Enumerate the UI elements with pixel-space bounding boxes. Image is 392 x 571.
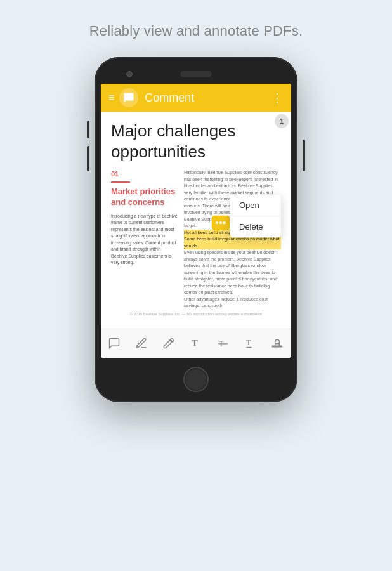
pdf-title: Major challenges opportunities [111, 121, 281, 162]
tagline: Reliably view and annotate PDFs. [89, 23, 303, 39]
toolbar-pencil-icon[interactable] [157, 332, 180, 355]
pdf-right-column: Historically, Beehive Supplies core cons… [184, 169, 281, 310]
toolbar-stamp-icon[interactable] [266, 332, 289, 355]
app-header-title: Comment [145, 91, 271, 105]
phone-top-bar [101, 69, 291, 84]
context-menu: Open Delete [230, 195, 281, 237]
pdf-columns: 01 Market priorities and concerns Introd… [111, 169, 281, 310]
volume-button-2 [87, 146, 89, 171]
svg-point-3 [219, 221, 222, 224]
context-menu-open[interactable]: Open [230, 195, 281, 216]
pdf-content-area: 1 Major challenges opportunities 01 Mark… [101, 112, 291, 329]
earpiece-speaker [180, 71, 212, 77]
right-body-text-3: Other advantages include: i. Reduced cos… [184, 296, 281, 310]
section-divider [111, 181, 130, 183]
svg-point-2 [216, 221, 218, 224]
hamburger-icon[interactable]: ≡ [108, 92, 114, 103]
toolbar-text-icon[interactable]: T [185, 332, 207, 355]
toolbar-underline-icon[interactable]: T [239, 332, 262, 355]
context-menu-delete[interactable]: Delete [230, 216, 281, 237]
svg-text:T: T [192, 338, 198, 348]
power-button [303, 140, 305, 171]
volume-button-1 [87, 121, 89, 138]
svg-rect-9 [246, 347, 251, 348]
toolbar-highlight-icon[interactable] [130, 332, 153, 355]
comment-bubble-annotation [210, 214, 232, 238]
front-camera [126, 71, 133, 77]
svg-text:T: T [219, 340, 223, 348]
home-button[interactable] [183, 367, 209, 392]
app-header: ≡ Comment ⋮ [101, 84, 291, 112]
right-body-text-2: Even using spacers inside your beehive d… [184, 249, 281, 296]
pdf-left-column: 01 Market priorities and concerns Introd… [111, 169, 178, 310]
svg-text:T: T [246, 339, 251, 347]
toolbar-strikethrough-icon[interactable]: T [212, 332, 235, 355]
phone-shell: ≡ Comment ⋮ 1 Major challenges opportuni… [95, 57, 297, 402]
section-title: Market priorities and concerns [111, 187, 178, 208]
phone-bottom [101, 358, 291, 402]
svg-point-4 [223, 221, 226, 224]
section-number: 01 [111, 169, 178, 179]
comment-header-icon[interactable] [119, 88, 138, 107]
copyright-text: © 2015 Beehive Supplies, Inc. — No repro… [111, 310, 281, 320]
annotation-badge: 1 [275, 114, 289, 128]
svg-marker-1 [214, 230, 220, 235]
toolbar-comment-icon[interactable] [103, 332, 126, 355]
overflow-menu-icon[interactable]: ⋮ [271, 91, 284, 105]
bottom-toolbar: T T T [101, 329, 291, 358]
phone-screen: ≡ Comment ⋮ 1 Major challenges opportuni… [101, 84, 291, 358]
left-body-text: Introducing a new type of beehive frame … [111, 213, 178, 266]
